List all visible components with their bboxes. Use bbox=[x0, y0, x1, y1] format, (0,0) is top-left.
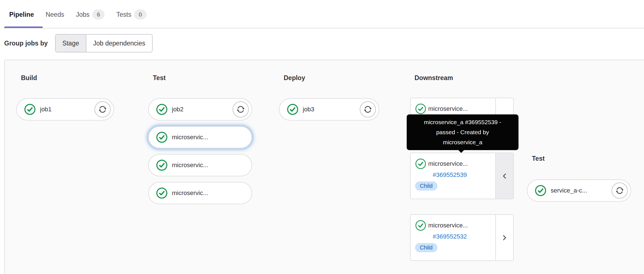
downstream-pipeline-id-link[interactable]: #369552539 bbox=[433, 171, 467, 179]
status-success-icon bbox=[156, 159, 168, 171]
tab-tests-label: Tests bbox=[116, 11, 131, 18]
retry-job-button[interactable] bbox=[360, 101, 376, 117]
downstream-pipeline-card-2[interactable]: microservice... #369552539 Child bbox=[410, 153, 514, 199]
retry-job-button[interactable] bbox=[612, 182, 628, 199]
retry-job-button[interactable] bbox=[233, 101, 249, 117]
downstream-pipeline-id-link[interactable]: #369552532 bbox=[433, 233, 467, 240]
group-jobs-toolbar: Group jobs by Stage Job dependencies bbox=[4, 34, 153, 52]
job-pill-job3[interactable]: job3 bbox=[279, 98, 379, 121]
job-name: job3 bbox=[303, 106, 314, 113]
tooltip-line: microservice_a bbox=[407, 137, 518, 147]
status-success-icon bbox=[156, 131, 168, 143]
child-pipeline-badge: Child bbox=[415, 243, 437, 252]
downstream-pipeline-name[interactable]: microservice... bbox=[428, 105, 468, 112]
downstream-pipeline-name[interactable]: microservice... bbox=[428, 222, 468, 229]
jobs-count-badge: 6 bbox=[92, 9, 105, 20]
tab-tests[interactable]: Tests 0 bbox=[111, 6, 151, 23]
stage-column-deploy: Deploy job3 bbox=[279, 74, 379, 126]
status-success-icon bbox=[24, 104, 36, 115]
stage-column-build: Build job1 bbox=[16, 74, 114, 126]
job-name: microservic... bbox=[172, 134, 208, 141]
job-pill-microservice-trigger-2[interactable]: microservic... bbox=[148, 154, 252, 176]
tooltip-line: microservice_a #369552539 - bbox=[407, 117, 518, 127]
job-name: job1 bbox=[40, 106, 52, 113]
child-pipeline-badge: Child bbox=[415, 181, 437, 191]
tests-count-badge: 0 bbox=[134, 9, 146, 20]
stage-column-test: Test job2 microservic... bbox=[148, 74, 252, 210]
job-name: service_a-c... bbox=[551, 187, 587, 194]
chevron-right-icon bbox=[501, 234, 508, 241]
stage-title-deploy: Deploy bbox=[284, 74, 379, 82]
status-success-icon bbox=[415, 220, 426, 231]
tabs-bottom-border bbox=[4, 28, 644, 28]
chevron-left-icon bbox=[501, 172, 508, 180]
job-name: microservic... bbox=[172, 189, 208, 197]
retry-icon bbox=[236, 105, 245, 114]
job-name: microservic... bbox=[172, 162, 208, 169]
stage-column-downstream: Downstream microservice... bbox=[410, 74, 514, 270]
stage-column-child-test: Test service_a-c... bbox=[527, 154, 631, 207]
job-pill-microservice-trigger-1[interactable]: microservic... bbox=[148, 126, 252, 148]
segment-job-dependencies[interactable]: Job dependencies bbox=[86, 35, 152, 52]
tooltip-line: passed - Created by bbox=[407, 127, 518, 137]
job-pill-microservice-trigger-3[interactable]: microservic... bbox=[148, 182, 252, 204]
status-success-icon bbox=[415, 103, 426, 114]
downstream-card-body: microservice... #369552539 Child bbox=[411, 153, 495, 199]
tab-needs[interactable]: Needs bbox=[41, 6, 69, 23]
retry-icon bbox=[615, 186, 624, 195]
tab-needs-label: Needs bbox=[46, 11, 64, 18]
job-pill-service-a-child[interactable]: service_a-c... bbox=[527, 179, 631, 202]
pipeline-tabs: Pipeline Needs Jobs 6 Tests 0 bbox=[4, 6, 151, 23]
status-success-icon bbox=[156, 104, 168, 115]
tooltip-arrow bbox=[458, 150, 464, 153]
status-success-icon bbox=[415, 158, 426, 169]
stage-title-test: Test bbox=[153, 74, 252, 82]
downstream-pipeline-card-3[interactable]: microservice... #369552532 Child bbox=[410, 214, 514, 261]
job-name: job2 bbox=[172, 106, 184, 113]
retry-icon bbox=[363, 105, 373, 114]
tab-pipeline-label: Pipeline bbox=[9, 11, 34, 18]
status-success-icon bbox=[535, 185, 546, 196]
job-pill-job2[interactable]: job2 bbox=[148, 98, 252, 121]
tab-jobs-label: Jobs bbox=[76, 11, 90, 18]
expand-downstream-button[interactable] bbox=[495, 215, 513, 260]
group-jobs-by-label: Group jobs by bbox=[4, 40, 48, 47]
retry-icon bbox=[98, 105, 107, 114]
segment-stage[interactable]: Stage bbox=[56, 35, 86, 52]
retry-job-button[interactable] bbox=[94, 101, 111, 117]
stage-title-child-test: Test bbox=[532, 154, 631, 163]
collapse-downstream-button[interactable] bbox=[495, 153, 513, 199]
stage-title-downstream: Downstream bbox=[415, 74, 514, 82]
pipeline-tooltip: microservice_a #369552539 - passed - Cre… bbox=[407, 114, 518, 150]
stage-title-build: Build bbox=[21, 74, 114, 82]
tab-pipeline[interactable]: Pipeline bbox=[4, 6, 39, 23]
status-success-icon bbox=[287, 104, 299, 115]
downstream-pipeline-name[interactable]: microservice... bbox=[428, 160, 468, 167]
job-pill-job1[interactable]: job1 bbox=[16, 98, 114, 121]
tab-jobs[interactable]: Jobs 6 bbox=[71, 6, 110, 23]
status-success-icon bbox=[156, 187, 168, 199]
downstream-card-body: microservice... #369552532 Child bbox=[411, 215, 495, 260]
pipeline-graph-page: Pipeline Needs Jobs 6 Tests 0 Group jobs… bbox=[0, 0, 644, 274]
group-jobs-segmented-control: Stage Job dependencies bbox=[55, 34, 153, 52]
